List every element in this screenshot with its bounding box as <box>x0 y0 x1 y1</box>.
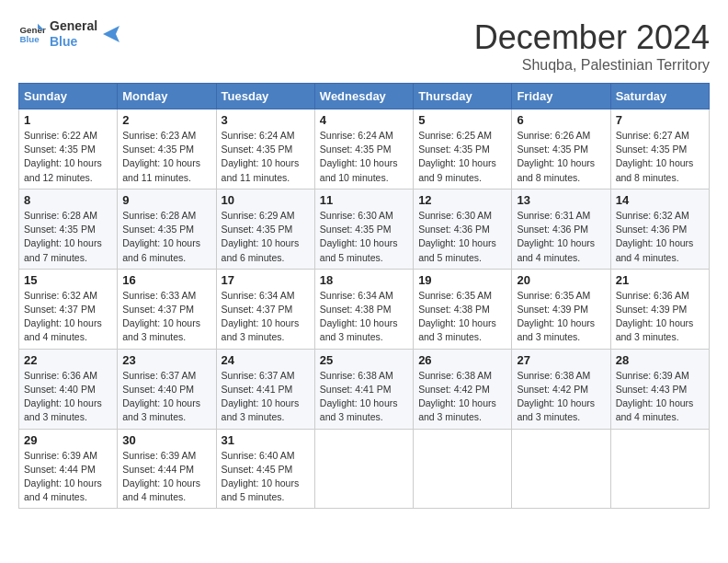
day-number: 2 <box>122 113 210 127</box>
calendar-cell: 10 Sunrise: 6:29 AM Sunset: 4:35 PM Dayl… <box>216 189 314 269</box>
calendar-cell <box>414 429 512 509</box>
calendar-cell <box>610 429 709 509</box>
header-wednesday: Wednesday <box>314 84 413 109</box>
header-monday: Monday <box>118 84 216 109</box>
day-info: Sunrise: 6:34 AM Sunset: 4:37 PM Dayligh… <box>222 289 310 345</box>
day-number: 12 <box>418 193 506 207</box>
day-number: 16 <box>122 273 210 287</box>
calendar-cell: 16 Sunrise: 6:33 AM Sunset: 4:37 PM Dayl… <box>118 269 216 349</box>
logo-blue: Blue <box>50 34 97 50</box>
day-number: 23 <box>122 353 210 367</box>
calendar-header-row: SundayMondayTuesdayWednesdayThursdayFrid… <box>19 84 710 109</box>
logo-icon: General Blue <box>18 20 46 48</box>
calendar-cell: 19 Sunrise: 6:35 AM Sunset: 4:38 PM Dayl… <box>414 269 512 349</box>
day-info: Sunrise: 6:27 AM Sunset: 4:35 PM Dayligh… <box>616 129 704 185</box>
calendar-cell: 22 Sunrise: 6:36 AM Sunset: 4:40 PM Dayl… <box>19 349 118 429</box>
svg-text:Blue: Blue <box>20 34 40 44</box>
day-number: 11 <box>320 193 408 207</box>
day-number: 5 <box>418 113 506 127</box>
day-number: 22 <box>24 353 112 367</box>
day-info: Sunrise: 6:29 AM Sunset: 4:35 PM Dayligh… <box>222 209 310 265</box>
day-info: Sunrise: 6:34 AM Sunset: 4:38 PM Dayligh… <box>320 289 408 345</box>
day-info: Sunrise: 6:30 AM Sunset: 4:36 PM Dayligh… <box>418 209 506 265</box>
day-number: 17 <box>222 273 310 287</box>
calendar-cell: 20 Sunrise: 6:35 AM Sunset: 4:39 PM Dayl… <box>512 269 610 349</box>
calendar-cell: 29 Sunrise: 6:39 AM Sunset: 4:44 PM Dayl… <box>19 429 118 509</box>
calendar-cell: 25 Sunrise: 6:38 AM Sunset: 4:41 PM Dayl… <box>314 349 413 429</box>
day-info: Sunrise: 6:24 AM Sunset: 4:35 PM Dayligh… <box>222 129 310 185</box>
day-number: 7 <box>616 113 704 127</box>
day-info: Sunrise: 6:26 AM Sunset: 4:35 PM Dayligh… <box>517 129 605 185</box>
calendar-cell: 9 Sunrise: 6:28 AM Sunset: 4:35 PM Dayli… <box>118 189 216 269</box>
calendar-cell: 17 Sunrise: 6:34 AM Sunset: 4:37 PM Dayl… <box>216 269 314 349</box>
day-info: Sunrise: 6:23 AM Sunset: 4:35 PM Dayligh… <box>122 129 210 185</box>
day-info: Sunrise: 6:39 AM Sunset: 4:44 PM Dayligh… <box>122 449 210 505</box>
day-info: Sunrise: 6:38 AM Sunset: 4:42 PM Dayligh… <box>517 369 605 425</box>
day-number: 4 <box>320 113 408 127</box>
day-number: 6 <box>517 113 605 127</box>
calendar-cell <box>512 429 610 509</box>
day-number: 24 <box>222 353 310 367</box>
calendar-cell: 3 Sunrise: 6:24 AM Sunset: 4:35 PM Dayli… <box>216 109 314 190</box>
day-info: Sunrise: 6:39 AM Sunset: 4:44 PM Dayligh… <box>24 449 112 505</box>
day-info: Sunrise: 6:37 AM Sunset: 4:40 PM Dayligh… <box>122 369 210 425</box>
day-number: 31 <box>222 433 310 447</box>
day-info: Sunrise: 6:35 AM Sunset: 4:38 PM Dayligh… <box>418 289 506 345</box>
day-number: 28 <box>616 353 704 367</box>
day-info: Sunrise: 6:25 AM Sunset: 4:35 PM Dayligh… <box>418 129 506 185</box>
calendar-week-row: 22 Sunrise: 6:36 AM Sunset: 4:40 PM Dayl… <box>19 349 710 429</box>
day-number: 10 <box>222 193 310 207</box>
calendar-week-row: 8 Sunrise: 6:28 AM Sunset: 4:35 PM Dayli… <box>19 189 710 269</box>
calendar-week-row: 1 Sunrise: 6:22 AM Sunset: 4:35 PM Dayli… <box>19 109 710 190</box>
day-number: 19 <box>418 273 506 287</box>
day-number: 29 <box>24 433 112 447</box>
calendar-cell: 7 Sunrise: 6:27 AM Sunset: 4:35 PM Dayli… <box>610 109 709 190</box>
calendar-cell: 31 Sunrise: 6:40 AM Sunset: 4:45 PM Dayl… <box>216 429 314 509</box>
day-info: Sunrise: 6:38 AM Sunset: 4:41 PM Dayligh… <box>320 369 408 425</box>
calendar-cell: 8 Sunrise: 6:28 AM Sunset: 4:35 PM Dayli… <box>19 189 118 269</box>
day-number: 26 <box>418 353 506 367</box>
svg-marker-3 <box>103 26 119 42</box>
calendar-cell: 2 Sunrise: 6:23 AM Sunset: 4:35 PM Dayli… <box>118 109 216 190</box>
calendar-cell: 1 Sunrise: 6:22 AM Sunset: 4:35 PM Dayli… <box>19 109 118 190</box>
day-number: 8 <box>24 193 112 207</box>
header: General Blue General Blue December 2024 … <box>18 18 710 74</box>
day-number: 20 <box>517 273 605 287</box>
location-subtitle: Shuqba, Palestinian Territory <box>474 57 710 74</box>
day-info: Sunrise: 6:32 AM Sunset: 4:37 PM Dayligh… <box>24 289 112 345</box>
header-friday: Friday <box>512 84 610 109</box>
header-saturday: Saturday <box>610 84 709 109</box>
day-info: Sunrise: 6:39 AM Sunset: 4:43 PM Dayligh… <box>616 369 704 425</box>
calendar-cell: 24 Sunrise: 6:37 AM Sunset: 4:41 PM Dayl… <box>216 349 314 429</box>
header-tuesday: Tuesday <box>216 84 314 109</box>
day-number: 18 <box>320 273 408 287</box>
calendar-cell: 23 Sunrise: 6:37 AM Sunset: 4:40 PM Dayl… <box>118 349 216 429</box>
calendar-cell: 4 Sunrise: 6:24 AM Sunset: 4:35 PM Dayli… <box>314 109 413 190</box>
day-number: 3 <box>222 113 310 127</box>
day-info: Sunrise: 6:37 AM Sunset: 4:41 PM Dayligh… <box>222 369 310 425</box>
day-number: 27 <box>517 353 605 367</box>
day-info: Sunrise: 6:35 AM Sunset: 4:39 PM Dayligh… <box>517 289 605 345</box>
header-sunday: Sunday <box>19 84 118 109</box>
day-number: 30 <box>122 433 210 447</box>
day-info: Sunrise: 6:22 AM Sunset: 4:35 PM Dayligh… <box>24 129 112 185</box>
calendar-cell: 14 Sunrise: 6:32 AM Sunset: 4:36 PM Dayl… <box>610 189 709 269</box>
calendar-cell: 12 Sunrise: 6:30 AM Sunset: 4:36 PM Dayl… <box>414 189 512 269</box>
calendar-cell: 27 Sunrise: 6:38 AM Sunset: 4:42 PM Dayl… <box>512 349 610 429</box>
calendar-cell: 26 Sunrise: 6:38 AM Sunset: 4:42 PM Dayl… <box>414 349 512 429</box>
calendar-cell: 18 Sunrise: 6:34 AM Sunset: 4:38 PM Dayl… <box>314 269 413 349</box>
logo: General Blue General Blue <box>18 18 121 50</box>
header-thursday: Thursday <box>414 84 512 109</box>
calendar-cell: 21 Sunrise: 6:36 AM Sunset: 4:39 PM Dayl… <box>610 269 709 349</box>
day-info: Sunrise: 6:24 AM Sunset: 4:35 PM Dayligh… <box>320 129 408 185</box>
calendar-cell: 13 Sunrise: 6:31 AM Sunset: 4:36 PM Dayl… <box>512 189 610 269</box>
day-info: Sunrise: 6:36 AM Sunset: 4:39 PM Dayligh… <box>616 289 704 345</box>
day-info: Sunrise: 6:32 AM Sunset: 4:36 PM Dayligh… <box>616 209 704 265</box>
day-info: Sunrise: 6:38 AM Sunset: 4:42 PM Dayligh… <box>418 369 506 425</box>
calendar-cell: 11 Sunrise: 6:30 AM Sunset: 4:35 PM Dayl… <box>314 189 413 269</box>
title-area: December 2024 Shuqba, Palestinian Territ… <box>474 18 710 74</box>
day-number: 9 <box>122 193 210 207</box>
calendar-cell: 28 Sunrise: 6:39 AM Sunset: 4:43 PM Dayl… <box>610 349 709 429</box>
day-number: 1 <box>24 113 112 127</box>
day-number: 25 <box>320 353 408 367</box>
